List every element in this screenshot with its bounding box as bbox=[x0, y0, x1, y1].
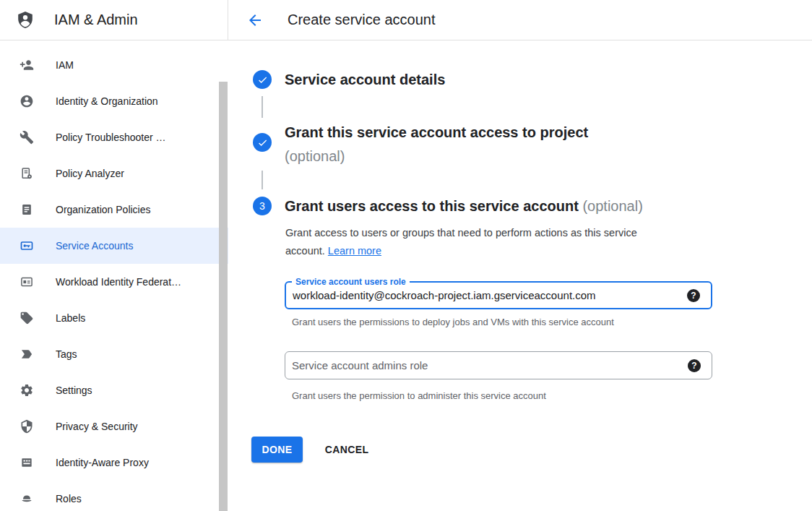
page-header: Create service account bbox=[228, 0, 812, 40]
sidebar-scrollbar[interactable] bbox=[219, 82, 228, 511]
document-gear-icon bbox=[20, 166, 34, 181]
sidebar-item-roles[interactable]: Roles bbox=[0, 481, 228, 511]
label-important-icon bbox=[20, 347, 34, 361]
help-icon[interactable]: ? bbox=[688, 359, 701, 372]
app-header: IAM & Admin Create service account bbox=[0, 0, 812, 40]
page-title: Create service account bbox=[288, 12, 436, 28]
step3-title: Grant users access to this service accou… bbox=[285, 196, 643, 216]
sidebar-item-label: Labels bbox=[56, 312, 85, 324]
done-button[interactable]: DONE bbox=[251, 437, 303, 463]
check-icon bbox=[257, 74, 268, 85]
sidebar-item-settings[interactable]: Settings bbox=[0, 372, 228, 408]
product-header: IAM & Admin bbox=[0, 0, 228, 40]
person-add-icon bbox=[20, 58, 34, 72]
label-tag-icon bbox=[20, 311, 34, 325]
admins-role-input[interactable] bbox=[285, 352, 674, 379]
step2-optional-text: (optional) bbox=[285, 145, 588, 168]
sidebar-item-label: Privacy & Security bbox=[56, 421, 138, 432]
sidebar-item-label: Policy Analyzer bbox=[56, 168, 124, 179]
back-arrow-icon bbox=[246, 12, 264, 29]
sidebar-item-label: Settings bbox=[56, 385, 92, 396]
admins-role-field-container: ? bbox=[285, 351, 712, 379]
description-line1: Grant access to users or groups that nee… bbox=[285, 224, 637, 242]
step2-complete-icon bbox=[253, 133, 272, 152]
users-role-label: Service account users role bbox=[292, 276, 410, 288]
sidebar-item-identity-organization[interactable]: Identity & Organization bbox=[0, 83, 228, 119]
cancel-button[interactable]: CANCEL bbox=[312, 437, 381, 463]
document-lines-icon bbox=[20, 202, 34, 217]
shield-person-icon bbox=[15, 10, 35, 30]
sidebar-item-label: Identity & Organization bbox=[56, 95, 158, 107]
sidebar-item-label: Policy Troubleshooter … bbox=[56, 132, 166, 143]
sidebar-item-identity-aware-proxy[interactable]: Identity-Aware Proxy bbox=[0, 445, 228, 481]
service-account-key-icon bbox=[20, 239, 34, 253]
learn-more-link[interactable]: Learn more bbox=[328, 245, 381, 257]
sidebar: IAM Identity & Organization Policy Troub… bbox=[0, 40, 228, 511]
step-connector bbox=[262, 171, 263, 189]
sidebar-item-privacy-security[interactable]: Privacy & Security bbox=[0, 408, 228, 445]
sidebar-item-label: Tags bbox=[56, 348, 77, 360]
step3-number-badge: 3 bbox=[253, 197, 272, 215]
sidebar-item-iam[interactable]: IAM bbox=[0, 47, 228, 83]
wrench-icon bbox=[20, 130, 34, 145]
step2-title-text: Grant this service account access to pro… bbox=[285, 121, 588, 145]
step3-number: 3 bbox=[259, 200, 265, 212]
proxy-grid-icon bbox=[20, 455, 34, 470]
sidebar-item-label: Roles bbox=[56, 493, 82, 504]
sidebar-item-label: Identity-Aware Proxy bbox=[56, 457, 149, 468]
sidebar-item-labels[interactable]: Labels bbox=[0, 300, 228, 336]
id-card-icon bbox=[20, 275, 34, 289]
users-role-field-container: Service account users role ? bbox=[285, 281, 712, 309]
shield-half-icon bbox=[20, 419, 34, 434]
gear-icon bbox=[20, 383, 34, 398]
sidebar-item-organization-policies[interactable]: Organization Policies bbox=[0, 192, 228, 228]
sidebar-item-label: IAM bbox=[56, 59, 74, 71]
users-role-helper: Grant users the permissions to deploy jo… bbox=[292, 317, 614, 327]
step1-title: Service account details bbox=[285, 69, 445, 90]
step1-complete-icon bbox=[253, 70, 272, 89]
help-icon[interactable]: ? bbox=[687, 289, 700, 302]
step3-description: Grant access to users or groups that nee… bbox=[285, 224, 637, 260]
sidebar-item-label: Workload Identity Federat… bbox=[56, 276, 181, 288]
sidebar-item-label: Service Accounts bbox=[56, 240, 133, 252]
step-connector bbox=[262, 96, 263, 118]
hat-icon bbox=[20, 491, 34, 506]
admins-role-helper: Grant users the permission to administer… bbox=[292, 390, 546, 401]
sidebar-item-policy-troubleshooter[interactable]: Policy Troubleshooter … bbox=[0, 119, 228, 155]
step3-optional-text: (optional) bbox=[582, 198, 642, 214]
description-line2: account. Learn more bbox=[285, 242, 637, 260]
step3-title-text: Grant users access to this service accou… bbox=[285, 198, 579, 214]
step2-title: Grant this service account access to pro… bbox=[285, 121, 588, 168]
back-button[interactable] bbox=[246, 11, 264, 30]
scrollbar-thumb[interactable] bbox=[219, 82, 228, 511]
product-title: IAM & Admin bbox=[54, 12, 138, 28]
check-icon bbox=[257, 137, 268, 148]
account-circle-icon bbox=[20, 94, 34, 108]
sidebar-item-tags[interactable]: Tags bbox=[0, 336, 228, 372]
sidebar-item-service-accounts[interactable]: Service Accounts bbox=[0, 228, 228, 264]
sidebar-item-label: Organization Policies bbox=[56, 204, 151, 215]
sidebar-item-policy-analyzer[interactable]: Policy Analyzer bbox=[0, 155, 228, 192]
main-content: Service account details Grant this servi… bbox=[228, 40, 812, 511]
sidebar-item-workload-identity-federation[interactable]: Workload Identity Federat… bbox=[0, 264, 228, 300]
